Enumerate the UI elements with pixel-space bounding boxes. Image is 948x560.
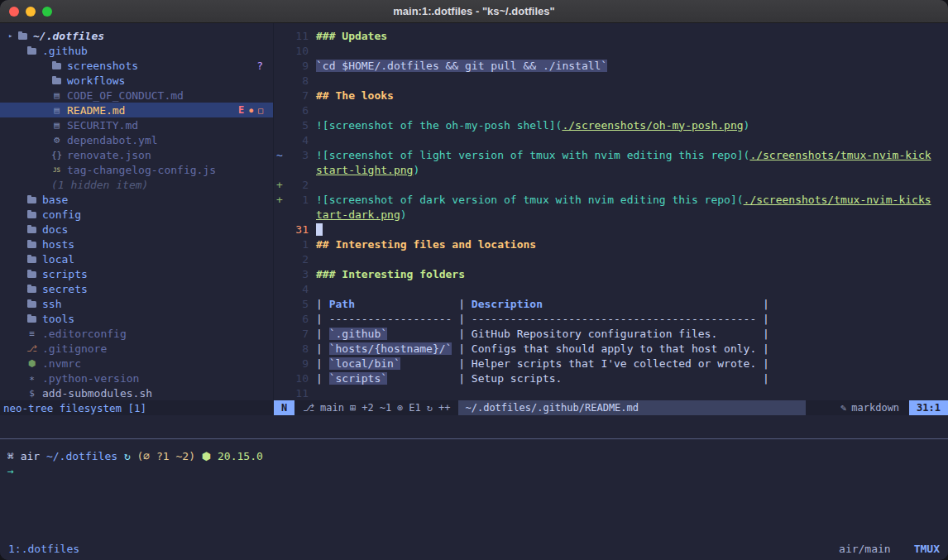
gutter-sign bbox=[274, 238, 285, 251]
tree-item-.github[interactable]: .github bbox=[0, 43, 273, 58]
gutter-sign bbox=[274, 30, 285, 42]
git-status: (∅ ?1 ~2) bbox=[137, 450, 202, 462]
buffer-line[interactable]: 6 bbox=[274, 103, 948, 117]
folder-icon bbox=[26, 224, 37, 235]
tree-item-base[interactable]: base bbox=[0, 192, 273, 207]
buffer-line[interactable]: 8 bbox=[274, 73, 948, 88]
diff-modified: ~1 bbox=[380, 402, 391, 414]
tree-item-secrets[interactable]: secrets bbox=[0, 281, 273, 296]
buffer-line[interactable]: 6| ------------------- | ---------------… bbox=[274, 311, 948, 326]
tree-item-hosts[interactable]: hosts bbox=[0, 237, 273, 251]
line-number: 6 bbox=[285, 104, 309, 117]
tree-item-.gitignore[interactable]: ⎇.gitignore bbox=[0, 341, 273, 356]
tree-item-label: .editorconfig bbox=[42, 328, 127, 340]
folder-icon bbox=[26, 254, 37, 265]
buffer-line[interactable]: 10| `scripts` | Setup scripts. | bbox=[274, 371, 948, 385]
tree-item-label: local bbox=[42, 253, 74, 266]
buffer-line[interactable]: 1## Interesting files and locations bbox=[274, 237, 948, 251]
tree-item-dependabot.yml[interactable]: ⚙dependabot.yml bbox=[0, 132, 273, 147]
file-markers: E●□ bbox=[238, 104, 263, 116]
gutter-sign bbox=[274, 253, 285, 266]
tree-item-.nvmrc[interactable]: ⬢.nvmrc bbox=[0, 356, 273, 371]
close-button[interactable] bbox=[9, 7, 19, 17]
gutter-sign bbox=[274, 89, 285, 102]
gutter-sign bbox=[274, 223, 285, 236]
buffer-line[interactable]: 5![screenshot of the oh-my-posh shell](.… bbox=[274, 117, 948, 132]
updates-icon: ↻ bbox=[427, 402, 433, 414]
buffer-line[interactable]: 3### Interesting folders bbox=[274, 266, 948, 281]
line-text: `cd $HOME/.dotfiles && git pull && ./ins… bbox=[316, 60, 607, 72]
line-number: 8 bbox=[285, 342, 309, 355]
tree-item-label: secrets bbox=[42, 283, 88, 295]
editor-buffer[interactable]: 11### Updates 10 9`cd $HOME/.dotfiles &&… bbox=[274, 23, 948, 400]
traffic-lights bbox=[9, 7, 52, 17]
buffer-line[interactable]: ~3![screenshot of light version of tmux … bbox=[274, 147, 948, 162]
tree-item-local[interactable]: local bbox=[0, 251, 273, 266]
tree-item-label: ssh bbox=[42, 298, 61, 310]
nvim-pane: ▸~/.dotfiles.githubscreenshots?workflows… bbox=[0, 23, 948, 415]
tree-item-SECURITY.md[interactable]: ▤SECURITY.md bbox=[0, 117, 273, 132]
titlebar[interactable]: main:1:.dotfiles - "ks~/.dotfiles" bbox=[0, 0, 948, 23]
gutter-sign bbox=[274, 283, 285, 295]
cwd: ~/.dotfiles bbox=[46, 450, 124, 462]
tree-item-1hiddenitem[interactable]: (1 hidden item) bbox=[0, 177, 273, 192]
line-number: 5 bbox=[285, 298, 309, 310]
gutter-sign bbox=[274, 387, 285, 400]
gutter-sign bbox=[274, 268, 285, 280]
zoom-button[interactable] bbox=[42, 7, 52, 17]
tree-item-tag-changelog-config.js[interactable]: JStag-changelog-config.js bbox=[0, 162, 273, 177]
tree-item-add-submodules.sh[interactable]: $add-submodules.sh bbox=[0, 385, 273, 400]
line-number: 4 bbox=[285, 134, 309, 146]
line-number: 11 bbox=[285, 387, 309, 400]
buffer-line[interactable]: +2 bbox=[274, 177, 948, 192]
tree-item-label: base bbox=[42, 194, 68, 206]
shell-pane[interactable]: ⌘ air ~/.dotfiles ↻ (∅ ?1 ~2) ⬢ 20.15.0 … bbox=[0, 439, 948, 537]
python-file-icon: ∗ bbox=[26, 373, 37, 384]
buffer-line[interactable]: 2 bbox=[274, 251, 948, 266]
buffer-line[interactable]: 7## The looks bbox=[274, 88, 948, 103]
gutter-sign bbox=[274, 342, 285, 355]
buffer-line[interactable]: 10 bbox=[274, 43, 948, 58]
tree-item-CODE_OF_CONDUCT.md[interactable]: ▤CODE_OF_CONDUCT.md bbox=[0, 88, 273, 103]
tree-item-.editorconfig[interactable]: ≡.editorconfig bbox=[0, 326, 273, 341]
tree-item-.python-version[interactable]: ∗.python-version bbox=[0, 371, 273, 385]
line-number: 10 bbox=[285, 372, 309, 385]
buffer-line[interactable]: 9`cd $HOME/.dotfiles && git pull && ./in… bbox=[274, 58, 948, 73]
buffer-line[interactable]: start-light.png) bbox=[274, 162, 948, 177]
tree-item-label: workflows bbox=[67, 74, 125, 87]
buffer-line[interactable]: tart-dark.png) bbox=[274, 207, 948, 222]
node-icon: ⬢ bbox=[202, 450, 218, 462]
buffer-line[interactable]: 7| `.github` | GitHub Repository configu… bbox=[274, 326, 948, 341]
line-text: ## The looks bbox=[316, 89, 394, 102]
diff-added: +2 bbox=[361, 402, 373, 414]
tree-item-scripts[interactable]: scripts bbox=[0, 266, 273, 281]
tree-item-label: .python-version bbox=[42, 372, 139, 385]
gutter-sign bbox=[274, 372, 285, 385]
buffer-line[interactable]: 31 bbox=[274, 222, 948, 237]
buffer-line[interactable]: 11### Updates bbox=[274, 28, 948, 43]
line-text: start-light.png) bbox=[316, 164, 419, 176]
buffer-line[interactable]: 9| `local/bin` | Helper scripts that I'v… bbox=[274, 356, 948, 371]
buffer-line[interactable]: 4 bbox=[274, 281, 948, 296]
tree-item-.dotfiles[interactable]: ▸~/.dotfiles bbox=[0, 28, 273, 43]
buffer-line[interactable]: 4 bbox=[274, 132, 948, 147]
neo-tree-statusline: neo-tree filesystem [1] bbox=[0, 400, 273, 415]
tree-item-config[interactable]: config bbox=[0, 207, 273, 222]
buffer-line[interactable]: 5| Path | Description | bbox=[274, 296, 948, 311]
minimize-button[interactable] bbox=[26, 7, 36, 17]
tree-item-README.md[interactable]: ▤README.mdE●□ bbox=[0, 103, 273, 117]
tree-item-screenshots[interactable]: screenshots? bbox=[0, 58, 273, 73]
node-version: 20.15.0 bbox=[218, 450, 263, 462]
tree-item-docs[interactable]: docs bbox=[0, 222, 273, 237]
buffer-line[interactable]: +1![screenshot of dark version of tmux w… bbox=[274, 192, 948, 207]
tmux-window-item[interactable]: 1:.dotfiles bbox=[8, 543, 79, 555]
tree-item-ssh[interactable]: ssh bbox=[0, 296, 273, 311]
folder-icon bbox=[17, 31, 28, 41]
tree-item-workflows[interactable]: workflows bbox=[0, 73, 273, 88]
tree-item-tools[interactable]: tools bbox=[0, 311, 273, 326]
diagnostics-count: E1 bbox=[409, 402, 420, 414]
buffer-line[interactable]: 8| `hosts/{hostname}/` | Configs that sh… bbox=[274, 341, 948, 356]
buffer-line[interactable]: 11 bbox=[274, 385, 948, 400]
cursor-position: 31:1 bbox=[909, 400, 948, 415]
tree-item-renovate.json[interactable]: {}renovate.json bbox=[0, 147, 273, 162]
